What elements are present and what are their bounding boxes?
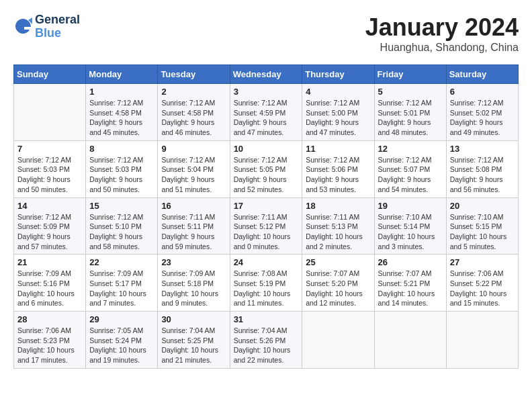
day-number: 11 [306, 144, 370, 154]
table-row: 16Sunrise: 7:11 AMSunset: 5:11 PMDayligh… [158, 197, 230, 255]
table-row [446, 312, 518, 369]
day-info: Sunrise: 7:05 AMSunset: 5:24 PMDaylight:… [89, 326, 154, 365]
table-row: 15Sunrise: 7:12 AMSunset: 5:10 PMDayligh… [86, 197, 158, 255]
title-area: January 2024 Huanghua, Shandong, China [365, 13, 519, 54]
day-number: 30 [161, 314, 226, 324]
table-row: 30Sunrise: 7:04 AMSunset: 5:25 PMDayligh… [158, 312, 230, 369]
calendar-week-row: 21Sunrise: 7:09 AMSunset: 5:16 PMDayligh… [14, 255, 519, 312]
table-row: 9Sunrise: 7:12 AMSunset: 5:04 PMDaylight… [158, 140, 230, 197]
table-row: 29Sunrise: 7:05 AMSunset: 5:24 PMDayligh… [86, 312, 158, 369]
day-info: Sunrise: 7:04 AMSunset: 5:26 PMDaylight:… [234, 326, 299, 365]
table-row: 25Sunrise: 7:07 AMSunset: 5:20 PMDayligh… [302, 255, 374, 312]
table-row: 14Sunrise: 7:12 AMSunset: 5:09 PMDayligh… [14, 197, 86, 255]
day-info: Sunrise: 7:09 AMSunset: 5:17 PMDaylight:… [89, 269, 154, 308]
day-info: Sunrise: 7:09 AMSunset: 5:18 PMDaylight:… [161, 269, 226, 308]
day-info: Sunrise: 7:12 AMSunset: 4:59 PMDaylight:… [234, 98, 299, 138]
table-row: 26Sunrise: 7:07 AMSunset: 5:21 PMDayligh… [374, 255, 446, 312]
calendar-week-row: 14Sunrise: 7:12 AMSunset: 5:09 PMDayligh… [14, 197, 519, 255]
main-title: January 2024 [365, 13, 519, 42]
logo-text: General Blue [35, 13, 80, 40]
table-row: 17Sunrise: 7:11 AMSunset: 5:12 PMDayligh… [230, 197, 302, 255]
day-number: 24 [234, 257, 299, 267]
day-info: Sunrise: 7:12 AMSunset: 4:58 PMDaylight:… [89, 98, 154, 138]
table-row [14, 84, 86, 141]
col-wednesday: Wednesday [230, 65, 302, 84]
day-number: 28 [17, 314, 82, 324]
header: General Blue January 2024 Huanghua, Shan… [13, 13, 519, 54]
table-row: 7Sunrise: 7:12 AMSunset: 5:03 PMDaylight… [14, 140, 86, 197]
day-info: Sunrise: 7:09 AMSunset: 5:16 PMDaylight:… [17, 269, 82, 308]
day-number: 22 [89, 257, 154, 267]
day-number: 3 [234, 87, 299, 97]
table-row: 5Sunrise: 7:12 AMSunset: 5:01 PMDaylight… [374, 84, 446, 141]
day-info: Sunrise: 7:12 AMSunset: 5:09 PMDaylight:… [17, 212, 82, 252]
calendar-week-row: 1Sunrise: 7:12 AMSunset: 4:58 PMDaylight… [14, 84, 519, 141]
day-number: 1 [89, 87, 154, 97]
subtitle: Huanghua, Shandong, China [365, 42, 519, 54]
day-number: 14 [17, 201, 82, 211]
day-info: Sunrise: 7:12 AMSunset: 5:03 PMDaylight:… [89, 155, 154, 195]
day-info: Sunrise: 7:07 AMSunset: 5:21 PMDaylight:… [378, 269, 443, 308]
col-sunday: Sunday [14, 65, 86, 84]
day-info: Sunrise: 7:08 AMSunset: 5:19 PMDaylight:… [234, 269, 299, 308]
table-row: 22Sunrise: 7:09 AMSunset: 5:17 PMDayligh… [86, 255, 158, 312]
day-info: Sunrise: 7:11 AMSunset: 5:13 PMDaylight:… [306, 212, 370, 252]
day-info: Sunrise: 7:11 AMSunset: 5:11 PMDaylight:… [161, 212, 226, 252]
calendar-week-row: 7Sunrise: 7:12 AMSunset: 5:03 PMDaylight… [14, 140, 519, 197]
day-number: 6 [450, 87, 515, 97]
day-number: 17 [234, 201, 299, 211]
table-row: 11Sunrise: 7:12 AMSunset: 5:06 PMDayligh… [302, 140, 374, 197]
day-info: Sunrise: 7:12 AMSunset: 5:08 PMDaylight:… [450, 155, 515, 195]
day-number: 9 [161, 144, 226, 154]
col-monday: Monday [86, 65, 158, 84]
day-number: 27 [450, 257, 515, 267]
table-row: 10Sunrise: 7:12 AMSunset: 5:05 PMDayligh… [230, 140, 302, 197]
day-number: 31 [234, 314, 299, 324]
day-info: Sunrise: 7:12 AMSunset: 4:58 PMDaylight:… [161, 98, 226, 138]
day-number: 19 [378, 201, 443, 211]
day-number: 20 [450, 201, 515, 211]
table-row: 20Sunrise: 7:10 AMSunset: 5:15 PMDayligh… [446, 197, 518, 255]
table-row: 31Sunrise: 7:04 AMSunset: 5:26 PMDayligh… [230, 312, 302, 369]
day-number: 16 [161, 201, 226, 211]
day-number: 15 [89, 201, 154, 211]
table-row: 18Sunrise: 7:11 AMSunset: 5:13 PMDayligh… [302, 197, 374, 255]
day-number: 4 [306, 87, 370, 97]
day-number: 7 [17, 144, 82, 154]
day-number: 26 [378, 257, 443, 267]
day-info: Sunrise: 7:12 AMSunset: 5:10 PMDaylight:… [89, 212, 154, 252]
day-info: Sunrise: 7:12 AMSunset: 5:03 PMDaylight:… [17, 155, 82, 195]
table-row: 12Sunrise: 7:12 AMSunset: 5:07 PMDayligh… [374, 140, 446, 197]
day-info: Sunrise: 7:10 AMSunset: 5:15 PMDaylight:… [450, 212, 515, 252]
table-row: 6Sunrise: 7:12 AMSunset: 5:02 PMDaylight… [446, 84, 518, 141]
day-number: 29 [89, 314, 154, 324]
day-info: Sunrise: 7:12 AMSunset: 5:00 PMDaylight:… [306, 98, 370, 138]
table-row: 23Sunrise: 7:09 AMSunset: 5:18 PMDayligh… [158, 255, 230, 312]
table-row [374, 312, 446, 369]
day-info: Sunrise: 7:12 AMSunset: 5:04 PMDaylight:… [161, 155, 226, 195]
calendar-header-row: Sunday Monday Tuesday Wednesday Thursday… [14, 65, 519, 84]
day-number: 5 [378, 87, 443, 97]
day-info: Sunrise: 7:07 AMSunset: 5:20 PMDaylight:… [306, 269, 370, 308]
col-saturday: Saturday [446, 65, 518, 84]
table-row [302, 312, 374, 369]
table-row: 1Sunrise: 7:12 AMSunset: 4:58 PMDaylight… [86, 84, 158, 141]
day-info: Sunrise: 7:11 AMSunset: 5:12 PMDaylight:… [234, 212, 299, 252]
col-thursday: Thursday [302, 65, 374, 84]
col-friday: Friday [374, 65, 446, 84]
calendar-table: Sunday Monday Tuesday Wednesday Thursday… [13, 64, 519, 369]
table-row: 21Sunrise: 7:09 AMSunset: 5:16 PMDayligh… [14, 255, 86, 312]
day-number: 8 [89, 144, 154, 154]
table-row: 24Sunrise: 7:08 AMSunset: 5:19 PMDayligh… [230, 255, 302, 312]
day-info: Sunrise: 7:12 AMSunset: 5:06 PMDaylight:… [306, 155, 370, 195]
day-number: 2 [161, 87, 226, 97]
table-row: 19Sunrise: 7:10 AMSunset: 5:14 PMDayligh… [374, 197, 446, 255]
table-row: 3Sunrise: 7:12 AMSunset: 4:59 PMDaylight… [230, 84, 302, 141]
table-row: 4Sunrise: 7:12 AMSunset: 5:00 PMDaylight… [302, 84, 374, 141]
col-tuesday: Tuesday [158, 65, 230, 84]
day-number: 21 [17, 257, 82, 267]
day-info: Sunrise: 7:12 AMSunset: 5:01 PMDaylight:… [378, 98, 443, 138]
day-number: 18 [306, 201, 370, 211]
table-row: 2Sunrise: 7:12 AMSunset: 4:58 PMDaylight… [158, 84, 230, 141]
table-row: 8Sunrise: 7:12 AMSunset: 5:03 PMDaylight… [86, 140, 158, 197]
